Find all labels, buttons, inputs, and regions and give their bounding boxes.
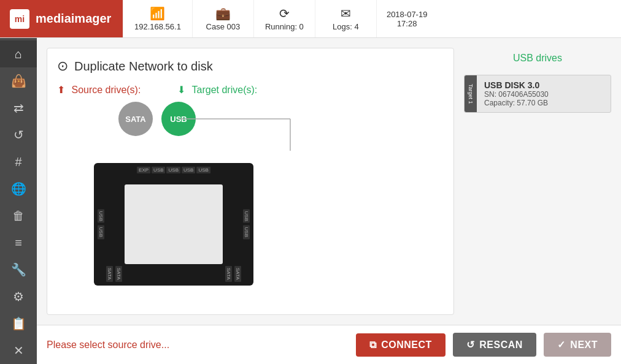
port-sata4: SATA [234, 266, 241, 282]
connect-button[interactable]: ⧉ CONNECT [356, 333, 446, 357]
sidebar-item-duplicate[interactable]: ⇄ [0, 94, 37, 121]
port-sata2: SATA [115, 266, 122, 282]
port-right-usb1: USB [243, 210, 250, 223]
logo-text: mediaimager [36, 12, 111, 26]
layout: ⌂ 👜 ⇄ ↺ # 🌐 🗑 ≡ 🔧 ⚙ 📋 ✕ ⊙ Duplicate Netw… [0, 38, 621, 364]
header-datetime: 2018-07-19 17:28 [376, 0, 438, 37]
right-panel: USB drives Target 1 USB DISK 3.0 SN: 067… [464, 48, 611, 315]
connect-icon: ⧉ [369, 339, 377, 351]
page-title-row: ⊙ Duplicate Network to disk [57, 58, 444, 74]
left-panel: ⊙ Duplicate Network to disk ⬆ Source dri… [47, 48, 454, 315]
port-left-usb1: USB [98, 210, 104, 223]
usb-drive-info: USB DISK 3.0 SN: 067406A55030 Capacity: … [484, 80, 604, 107]
port-usb1: USB [152, 167, 165, 173]
date-display: 2018-07-19 [387, 10, 428, 19]
sidebar-item-case[interactable]: 👜 [0, 67, 37, 94]
main-content: ⊙ Duplicate Network to disk ⬆ Source dri… [37, 38, 621, 364]
sidebar-item-delete[interactable]: 🗑 [0, 202, 37, 229]
bottom-right-ports: SATA SATA [225, 266, 241, 282]
next-button[interactable]: ✓ NEXT [544, 333, 611, 357]
network-address: 192.168.56.1 [134, 22, 181, 31]
logs-label: Logs: 4 [333, 22, 359, 31]
bottom-bar: Please select source drive... ⧉ CONNECT … [37, 325, 621, 364]
target-label-badge: Target 1 [465, 75, 477, 112]
device-diagram: SATA USB EXP USB USB [57, 102, 444, 237]
port-exp: EXP [137, 167, 150, 173]
target-drives-label: ⬇ Target drive(s): [177, 84, 257, 96]
rescan-button[interactable]: ↺ RESCAN [453, 333, 536, 357]
running-icon: ⟳ [279, 6, 290, 21]
header-nav-network[interactable]: 📶 192.168.56.1 [123, 0, 192, 37]
sidebar-item-close[interactable]: ✕ [0, 337, 37, 364]
port-usb3: USB [182, 167, 195, 173]
page-title-text: Duplicate Network to disk [74, 59, 213, 74]
sata-connector-bubble: SATA [118, 102, 153, 136]
sidebar-item-list[interactable]: ≡ [0, 229, 37, 256]
usb-drive-card-0[interactable]: Target 1 USB DISK 3.0 SN: 067406A55030 C… [464, 75, 611, 113]
rescan-icon: ↺ [466, 339, 475, 351]
left-ports: USB USB [98, 210, 104, 240]
device-box: EXP USB USB USB USB USB USB [94, 163, 253, 286]
device-inner-area [125, 184, 223, 264]
time-display: 17:28 [397, 19, 417, 28]
running-label: Running: 0 [265, 22, 304, 31]
sidebar-item-tools[interactable]: 🔧 [0, 256, 37, 283]
header-nav-running[interactable]: ⟳ Running: 0 [253, 0, 315, 37]
sidebar-item-settings[interactable]: ⚙ [0, 283, 37, 310]
usb-drive-capacity: Capacity: 57.70 GB [484, 99, 604, 107]
right-ports: USB USB [243, 210, 250, 240]
sidebar-item-logs2[interactable]: 📋 [0, 310, 37, 337]
target-download-icon: ⬇ [177, 85, 185, 95]
case-label: Case 003 [206, 22, 241, 31]
case-icon: 💼 [215, 6, 231, 21]
logo-icon: mi [10, 9, 29, 29]
port-sata1: SATA [106, 266, 113, 282]
port-usb2: USB [167, 167, 180, 173]
content-area: ⊙ Duplicate Network to disk ⬆ Source dri… [37, 38, 621, 325]
source-upload-icon: ⬆ [57, 85, 65, 95]
usb-drives-title: USB drives [464, 48, 611, 69]
usb-drive-name: USB DISK 3.0 [484, 80, 604, 90]
bottom-left-ports: SATA SATA [106, 266, 122, 282]
header: mi mediaimager 📶 192.168.56.1 💼 Case 003… [0, 0, 621, 38]
port-sata3: SATA [225, 266, 232, 282]
top-ports: EXP USB USB USB USB [137, 167, 210, 173]
network-signal-icon: 📶 [150, 6, 165, 21]
usb-drive-sn: SN: 067406A55030 [484, 90, 604, 99]
next-checkmark-icon: ✓ [557, 339, 566, 351]
logo: mi mediaimager [0, 0, 123, 37]
drives-row: ⬆ Source drive(s): ⬇ Target drive(s): [57, 84, 444, 96]
port-usb4: USB [196, 167, 210, 173]
header-nav-case[interactable]: 💼 Case 003 [192, 0, 253, 37]
usb-connector-bubble: USB [161, 102, 196, 136]
device-box-wrapper: EXP USB USB USB USB USB USB [94, 163, 253, 286]
header-nav-logs[interactable]: ✉ Logs: 4 [315, 0, 376, 37]
sidebar-item-undo[interactable]: ↺ [0, 121, 37, 148]
port-left-usb2: USB [98, 226, 104, 239]
source-drives-label: ⬆ Source drive(s): [57, 84, 141, 96]
logs-mail-icon: ✉ [341, 6, 351, 21]
port-right-usb2: USB [243, 226, 250, 239]
sidebar-item-home[interactable]: ⌂ [0, 40, 37, 67]
status-text: Please select source drive... [47, 339, 349, 351]
page-title-icon: ⊙ [57, 58, 68, 74]
sidebar: ⌂ 👜 ⇄ ↺ # 🌐 🗑 ≡ 🔧 ⚙ 📋 ✕ [0, 38, 37, 364]
header-nav: 📶 192.168.56.1 💼 Case 003 ⟳ Running: 0 ✉… [123, 0, 621, 37]
sidebar-item-hash[interactable]: # [0, 148, 37, 175]
sidebar-item-network[interactable]: 🌐 [0, 175, 37, 202]
